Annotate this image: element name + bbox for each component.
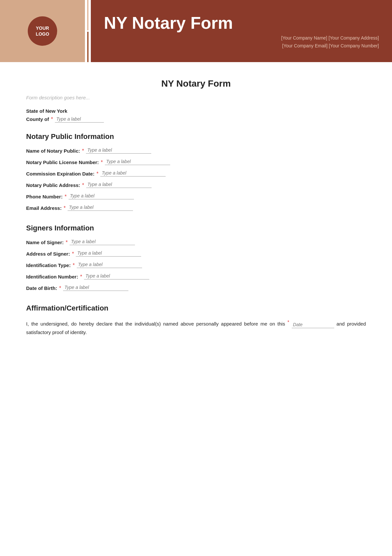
phone-label: Phone Number: bbox=[26, 194, 63, 199]
affirmation-heading: Affirmation/Certification bbox=[26, 304, 366, 312]
email-row: Email Address: * bbox=[26, 204, 366, 211]
main-content: NY Notary Form Form description goes her… bbox=[0, 62, 392, 366]
phone-row: Phone Number: * bbox=[26, 193, 366, 199]
notary-name-label: Name of Notary Public: bbox=[26, 148, 80, 154]
affirmation-text-before: I, the undersigned, do hereby declare th… bbox=[26, 321, 285, 327]
notary-name-input[interactable] bbox=[86, 147, 151, 154]
notary-license-star: * bbox=[101, 160, 103, 165]
county-row: County of * bbox=[26, 116, 366, 123]
state-county-section: State of New York County of * bbox=[26, 108, 366, 123]
header-right-panel: NY Notary Form [Your Company Name] [Your… bbox=[91, 0, 392, 62]
id-type-input[interactable] bbox=[77, 261, 142, 268]
header-subtitle-line2: [Your Company Email] [Your Company Numbe… bbox=[104, 43, 379, 48]
header-left-panel: YOUR LOGO bbox=[0, 0, 85, 62]
notary-name-star: * bbox=[82, 148, 84, 154]
dob-input[interactable] bbox=[63, 284, 128, 291]
signers-section: Signers Information Name of Signer: * Ad… bbox=[26, 224, 366, 291]
signer-address-input[interactable] bbox=[76, 250, 141, 257]
logo-text: YOUR bbox=[36, 25, 49, 31]
county-label: County of bbox=[26, 116, 49, 122]
affirmation-date-input[interactable] bbox=[292, 321, 334, 328]
divider-bar-thick bbox=[87, 32, 89, 62]
county-input[interactable] bbox=[55, 116, 104, 123]
id-number-input[interactable] bbox=[84, 273, 149, 279]
notary-license-input[interactable] bbox=[105, 158, 170, 165]
id-type-label: Identification Type: bbox=[26, 262, 71, 268]
signer-address-label: Address of Signer: bbox=[26, 251, 70, 257]
commission-date-row: Commission Expiration Date: * bbox=[26, 170, 366, 177]
divider-bar-thin bbox=[88, 0, 88, 30]
signer-address-row: Address of Signer: * bbox=[26, 250, 366, 257]
signer-name-row: Name of Signer: * bbox=[26, 238, 366, 245]
id-number-label: Identification Number: bbox=[26, 274, 78, 279]
email-input[interactable] bbox=[68, 204, 133, 211]
email-star: * bbox=[64, 206, 66, 211]
email-label: Email Address: bbox=[26, 205, 62, 211]
phone-star: * bbox=[65, 194, 67, 199]
id-type-star: * bbox=[73, 263, 74, 268]
notary-address-star: * bbox=[82, 183, 84, 188]
commission-date-input[interactable] bbox=[100, 170, 166, 177]
signers-section-heading: Signers Information bbox=[26, 224, 366, 232]
logo-circle: YOUR LOGO bbox=[28, 16, 57, 46]
dob-star: * bbox=[59, 286, 61, 291]
state-label: State of New York bbox=[26, 108, 366, 114]
page-header: YOUR LOGO NY Notary Form [Your Company N… bbox=[0, 0, 392, 62]
header-subtitle-line1: [Your Company Name] [Your Company Addres… bbox=[104, 35, 379, 41]
notary-address-label: Notary Public Address: bbox=[26, 182, 80, 188]
county-required-star: * bbox=[51, 117, 53, 122]
header-divider bbox=[85, 0, 91, 62]
notary-license-label: Notary Public License Number: bbox=[26, 160, 99, 165]
header-title: NY Notary Form bbox=[104, 14, 379, 32]
notary-section-heading: Notary Public Information bbox=[26, 132, 366, 141]
notary-section: Notary Public Information Name of Notary… bbox=[26, 132, 366, 211]
id-type-row: Identification Type: * bbox=[26, 261, 366, 268]
notary-name-row: Name of Notary Public: * bbox=[26, 147, 366, 154]
commission-date-label: Commission Expiration Date: bbox=[26, 171, 94, 177]
notary-license-row: Notary Public License Number: * bbox=[26, 158, 366, 165]
id-number-star: * bbox=[80, 274, 82, 279]
dob-label: Date of Birth: bbox=[26, 285, 57, 291]
form-title: NY Notary Form bbox=[26, 78, 366, 89]
commission-date-star: * bbox=[96, 171, 98, 177]
signer-name-star: * bbox=[66, 240, 68, 245]
phone-input[interactable] bbox=[69, 193, 134, 199]
affirmation-text: I, the undersigned, do hereby declare th… bbox=[26, 318, 366, 336]
signer-address-star: * bbox=[72, 251, 74, 257]
id-number-row: Identification Number: * bbox=[26, 273, 366, 279]
form-description: Form description goes here... bbox=[26, 95, 366, 100]
affirmation-section: Affirmation/Certification I, the undersi… bbox=[26, 304, 366, 336]
logo-text-2: LOGO bbox=[36, 31, 49, 37]
notary-address-row: Notary Public Address: * bbox=[26, 181, 366, 188]
signer-name-label: Name of Signer: bbox=[26, 240, 64, 245]
affirmation-date-star: * bbox=[287, 319, 289, 325]
signer-name-input[interactable] bbox=[70, 238, 135, 245]
notary-address-input[interactable] bbox=[86, 181, 152, 188]
dob-row: Date of Birth: * bbox=[26, 284, 366, 291]
